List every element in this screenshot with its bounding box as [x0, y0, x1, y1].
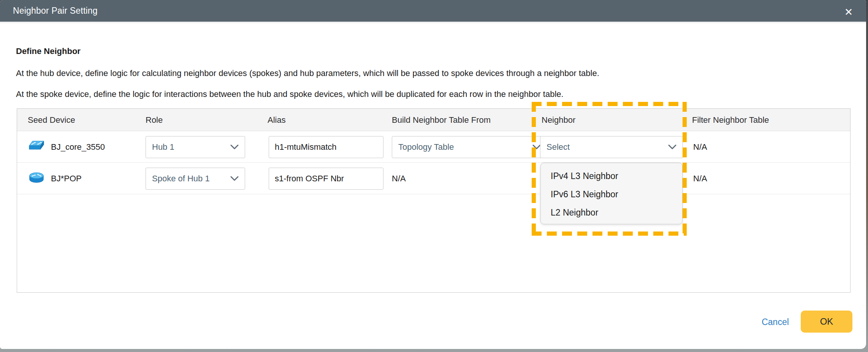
seed-device-cell: BJ_core_3550 — [29, 131, 105, 163]
intro-line-1: At the hub device, define logic for calc… — [16, 68, 599, 78]
column-header-neighbor: Neighbor — [542, 109, 575, 131]
dropdown-option-ipv4-l3-neighbor[interactable]: IPv4 L3 Neighbor — [541, 167, 682, 185]
neighbor-select[interactable]: Select — [540, 136, 683, 158]
dialog-titlebar: Neighbor Pair Setting — [0, 0, 866, 23]
column-header-filter: Filter Neighbor Table — [692, 109, 769, 131]
build-from-select[interactable]: Topology Table — [392, 136, 547, 158]
column-header-alias: Alias — [268, 109, 286, 131]
role-select[interactable]: Hub 1 — [146, 136, 245, 158]
highlight-dashed-border-left — [532, 102, 536, 236]
column-header-build-from: Build Neighbor Table From — [392, 109, 491, 131]
dropdown-option-ipv6-l3-neighbor[interactable]: IPv6 L3 Neighbor — [541, 185, 682, 203]
filter-cell: N/A — [693, 131, 707, 163]
neighbor-table: Seed Device Role Alias Build Neighbor Ta… — [17, 108, 851, 293]
neighbor-pair-setting-dialog: Neighbor Pair Setting ✕ Define Neighbor … — [0, 0, 866, 349]
dropdown-option-l2-neighbor[interactable]: L2 Neighbor — [541, 203, 682, 222]
column-header-role: Role — [146, 109, 163, 131]
device-name: BJ_core_3550 — [51, 142, 105, 152]
build-from-select-value: Topology Table — [398, 142, 529, 152]
role-select-value: Hub 1 — [152, 142, 227, 152]
chevron-down-icon — [668, 144, 676, 150]
highlight-dashed-border-right — [683, 102, 687, 236]
build-from-cell: N/A — [392, 163, 406, 194]
alias-input[interactable] — [269, 168, 383, 190]
section-heading: Define Neighbor — [16, 46, 81, 56]
filter-value: N/A — [693, 142, 707, 152]
column-header-seed-device: Seed Device — [28, 109, 75, 131]
close-icon[interactable]: ✕ — [842, 5, 855, 19]
build-from-value: N/A — [392, 174, 406, 184]
highlight-dashed-border-bottom — [532, 231, 687, 236]
dialog-title: Neighbor Pair Setting — [13, 6, 98, 16]
table-header-row: Seed Device Role Alias Build Neighbor Ta… — [17, 109, 850, 131]
neighbor-dropdown-menu: IPv4 L3 Neighbor IPv6 L3 Neighbor L2 Nei… — [540, 163, 683, 224]
ok-button[interactable]: OK — [801, 311, 852, 333]
highlight-dashed-border-top — [532, 102, 687, 106]
filter-cell: N/A — [693, 163, 707, 194]
chevron-down-icon — [230, 176, 239, 181]
neighbor-select-placeholder: Select — [546, 142, 665, 152]
table-row: BJ_core_3550 Hub 1 Topology Table Select — [17, 131, 850, 163]
device-name: BJ*POP — [51, 174, 82, 184]
role-select-value: Spoke of Hub 1 — [152, 174, 227, 184]
switch-icon — [29, 140, 44, 154]
router-icon — [29, 171, 44, 186]
chevron-down-icon — [230, 144, 239, 150]
filter-value: N/A — [693, 174, 707, 184]
seed-device-cell: BJ*POP — [29, 163, 82, 194]
intro-line-2: At the spoke device, define the logic fo… — [16, 89, 564, 99]
cancel-button[interactable]: Cancel — [752, 316, 798, 328]
table-row: BJ*POP Spoke of Hub 1 N/A N/A — [17, 163, 850, 194]
role-select[interactable]: Spoke of Hub 1 — [146, 168, 245, 190]
alias-input[interactable] — [269, 136, 383, 158]
